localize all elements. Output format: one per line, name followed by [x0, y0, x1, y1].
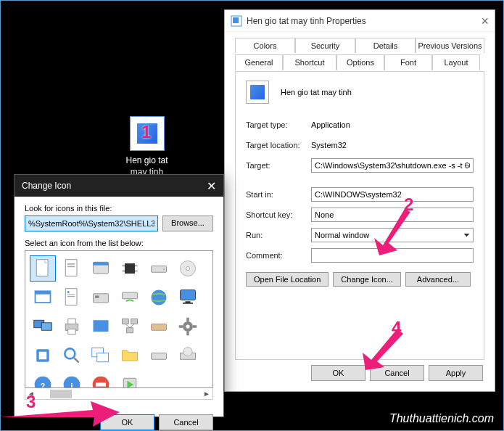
- grid-icon-chip[interactable]: [117, 255, 143, 282]
- grid-icon-monitor[interactable]: [175, 284, 201, 311]
- scroll-thumb[interactable]: [50, 390, 72, 398]
- svg-rect-55: [152, 353, 167, 360]
- grid-icon-document2[interactable]: [59, 255, 85, 282]
- svg-rect-29: [186, 301, 191, 303]
- look-for-label: Look for icons in this file:: [25, 204, 213, 213]
- tabs-row-1: Colors Security Details Previous Version…: [235, 38, 484, 53]
- svg-rect-32: [41, 323, 51, 331]
- grid-icon-gear[interactable]: [175, 313, 201, 340]
- svg-rect-30: [183, 303, 193, 304]
- window-icon: [231, 15, 242, 27]
- tab-colors[interactable]: Colors: [235, 38, 295, 53]
- grid-icon-search[interactable]: [59, 342, 85, 369]
- props-apply-button[interactable]: Apply: [429, 365, 483, 381]
- svg-rect-6: [67, 266, 75, 268]
- target-input[interactable]: [311, 158, 474, 173]
- target-type-value: Application: [311, 120, 474, 129]
- close-icon[interactable]: ✕: [194, 179, 216, 193]
- icon-grid[interactable]: ? i: [25, 250, 213, 388]
- tab-previous-versions[interactable]: Previous Versions: [416, 38, 484, 53]
- grid-icon-drive3[interactable]: [146, 313, 172, 340]
- target-location-label: Target location:: [246, 141, 311, 149]
- close-icon[interactable]: ×: [460, 15, 489, 27]
- ci-cancel-button[interactable]: Cancel: [159, 414, 213, 430]
- change-icon-titlebar[interactable]: Change Icon ✕: [15, 175, 223, 197]
- grid-icon-textfile[interactable]: [59, 284, 85, 311]
- svg-marker-68: [363, 329, 403, 370]
- shortcutkey-label: Shortcut key:: [246, 210, 311, 219]
- grid-icon-application[interactable]: [88, 255, 114, 282]
- svg-rect-9: [125, 263, 135, 274]
- tabs-row-2: General Shortcut Options Font Layout: [235, 54, 484, 70]
- svg-rect-46: [186, 332, 189, 335]
- grid-icon-windows[interactable]: [88, 342, 114, 369]
- change-icon-button[interactable]: Change Icon...: [333, 272, 401, 287]
- svg-rect-28: [181, 290, 196, 300]
- grid-icon-run[interactable]: [117, 372, 143, 388]
- grid-icon-globe[interactable]: [146, 284, 172, 311]
- grid-icon-netdrive[interactable]: [117, 284, 143, 311]
- svg-rect-38: [131, 319, 138, 324]
- grid-icon-cd[interactable]: [175, 255, 201, 282]
- shortcut-tab-content: Hen gio tat may tinh Target type: Applic…: [235, 71, 484, 360]
- grid-icon-help[interactable]: ?: [30, 372, 56, 388]
- icon-path-input[interactable]: [25, 216, 158, 231]
- svg-text:?: ?: [41, 382, 45, 388]
- startin-input[interactable]: [311, 187, 474, 202]
- grid-icon-drive2[interactable]: [88, 284, 114, 311]
- grid-icon-cdrom[interactable]: [175, 342, 201, 369]
- properties-title: Hen gio tat may tinh Properties: [247, 16, 460, 26]
- svg-rect-4: [65, 260, 77, 276]
- svg-line-41: [130, 324, 134, 328]
- svg-text:i: i: [71, 382, 73, 388]
- arrow-4: [355, 325, 406, 372]
- shortcut-large-icon: [246, 81, 269, 104]
- browse-button[interactable]: Browse...: [162, 216, 213, 231]
- icon-grid-scrollbar[interactable]: ◄ ►: [25, 388, 213, 400]
- grid-icon-document[interactable]: [30, 255, 56, 282]
- svg-rect-48: [193, 325, 197, 328]
- tab-security[interactable]: Security: [295, 38, 355, 53]
- svg-line-40: [125, 324, 130, 328]
- grid-icon-stop[interactable]: [88, 372, 114, 388]
- grid-icon-info[interactable]: i: [59, 372, 85, 388]
- grid-icon-monitors[interactable]: [30, 313, 56, 340]
- arrow-3: [0, 399, 123, 428]
- svg-point-51: [65, 348, 75, 358]
- scroll-right-icon[interactable]: ►: [201, 390, 212, 398]
- svg-rect-22: [67, 295, 75, 295]
- grid-icon-program[interactable]: [30, 342, 56, 369]
- tab-details[interactable]: Details: [355, 38, 416, 53]
- arrow-2: [368, 203, 412, 261]
- svg-point-44: [186, 324, 189, 328]
- grid-icon-folder[interactable]: [117, 342, 143, 369]
- watermark: Thuthuattienich.com: [389, 412, 494, 425]
- grid-icon-drive4[interactable]: [146, 342, 172, 369]
- grid-icon-printer[interactable]: [59, 313, 85, 340]
- tab-shortcut[interactable]: Shortcut: [283, 54, 336, 70]
- shortcut-name: Hen gio tat may tinh: [281, 88, 352, 97]
- svg-rect-25: [95, 295, 99, 298]
- svg-line-52: [74, 358, 79, 363]
- advanced-button[interactable]: Advanced...: [405, 272, 471, 287]
- select-icon-label: Select an icon from the list below:: [25, 239, 213, 247]
- tab-layout[interactable]: Layout: [432, 54, 480, 70]
- properties-titlebar[interactable]: Hen gio tat may tinh Properties ×: [225, 10, 495, 32]
- svg-rect-54: [97, 353, 109, 362]
- tab-font[interactable]: Font: [384, 54, 432, 70]
- tab-general[interactable]: General: [235, 54, 283, 70]
- grid-icon-window[interactable]: [30, 284, 56, 311]
- change-icon-dialog: Change Icon ✕ Look for icons in this fil…: [14, 174, 224, 417]
- svg-rect-26: [123, 292, 138, 299]
- open-file-location-button[interactable]: Open File Location: [246, 272, 329, 287]
- change-icon-title: Change Icon: [22, 181, 194, 191]
- tab-options[interactable]: Options: [336, 54, 384, 70]
- grid-icon-drive[interactable]: [146, 255, 172, 282]
- svg-rect-47: [179, 325, 183, 328]
- svg-rect-8: [94, 262, 109, 265]
- grid-icon-window2[interactable]: [88, 313, 114, 340]
- svg-marker-66: [374, 209, 410, 255]
- target-label: Target:: [246, 161, 311, 170]
- grid-icon-network[interactable]: [117, 313, 143, 340]
- svg-rect-36: [94, 320, 109, 332]
